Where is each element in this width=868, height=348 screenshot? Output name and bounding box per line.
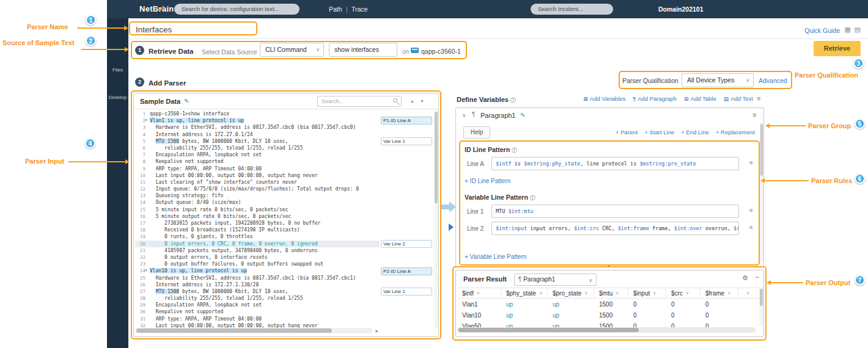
- sample-line[interactable]: 19 0 runts, 0 giants, 0 throttles: [135, 233, 380, 240]
- add-paragraph-button[interactable]: ¶Add Paragraph: [633, 95, 677, 102]
- edit-paragraph-icon[interactable]: ✎: [520, 112, 525, 118]
- sample-line[interactable]: 7 Encapsulation ARPA, loopback not set: [135, 151, 380, 158]
- sample-line[interactable]: 27 MTU 1500 bytes, BW 1000000 Kbit, DLY …: [135, 288, 380, 295]
- nav-trace[interactable]: Trace: [351, 5, 367, 13]
- define-menu-icon[interactable]: ≡: [757, 95, 760, 102]
- add-link[interactable]: + Replacement: [716, 129, 755, 136]
- sample-line[interactable]: 6 reliability 255/255, txload 1/255, rxl…: [135, 145, 380, 151]
- sample-line[interactable]: 15 5 minute input rate 0 bits/sec, 0 pac…: [135, 206, 380, 213]
- list-view-icon[interactable]: ▤: [855, 26, 861, 34]
- column-header[interactable]: $mtu∨: [594, 288, 628, 298]
- sample-line[interactable]: 14 Output queue: 0/40 (size/max): [135, 199, 380, 206]
- sample-line[interactable]: 18 Received 0 broadcasts (15274198 IP mu…: [135, 227, 380, 233]
- add-link[interactable]: + Parent: [616, 129, 638, 136]
- sample-line[interactable]: 25 Hardware is EtherSVI, address is 0817…: [135, 275, 380, 281]
- line-tag[interactable]: Var Line 1: [381, 137, 432, 145]
- column-header[interactable]: $crc∨: [666, 288, 701, 298]
- advanced-link[interactable]: Advanced: [759, 77, 787, 84]
- line-tag[interactable]: P2-ID Line A: [381, 267, 432, 275]
- sidebar-item-desktop[interactable]: Desktop: [107, 95, 128, 100]
- add-text-button[interactable]: ▤Add Text: [724, 95, 753, 102]
- sample-line[interactable]: 10 Last input 00:00:00, output 00:00:08,…: [135, 172, 380, 179]
- add-table-button[interactable]: ⊞Add Table: [684, 95, 716, 102]
- sample-line[interactable]: 21 4185907 packets output, 347898400 byt…: [135, 247, 380, 254]
- sample-vertical-scrollbar[interactable]: [434, 111, 438, 328]
- add-link[interactable]: + End Line: [681, 129, 709, 136]
- sample-line[interactable]: 26 Internet address is 172.27.1.130/28: [135, 281, 380, 288]
- quick-guide-link[interactable]: Quick Guide: [804, 27, 840, 34]
- save-layout-icon[interactable]: ▦: [845, 26, 851, 34]
- sample-line[interactable]: 28 reliability 255/255, txload 1/255, rx…: [135, 295, 380, 302]
- domain-label[interactable]: Domain202101: [658, 5, 704, 13]
- qualification-dropdown[interactable]: All Device Types∨: [682, 73, 754, 87]
- sample-line[interactable]: 24▾Vlan10 is up, line protocol is up: [135, 267, 380, 274]
- sample-line[interactable]: 17 27303815 packets input, 1942208928 by…: [135, 220, 380, 227]
- table-row[interactable]: Vlan10upup1500000: [457, 310, 738, 321]
- sample-line[interactable]: 9 ARP type: ARPA, ARP Timeout 04:00:00: [135, 165, 380, 172]
- minimize-icon[interactable]: −: [755, 273, 759, 281]
- edit-sample-icon[interactable]: ✎: [184, 98, 189, 104]
- sample-line[interactable]: 22 0 output errors, 0 interface resets: [135, 254, 380, 261]
- prev-match-icon[interactable]: ▲: [410, 99, 414, 103]
- help-button[interactable]: Help: [463, 126, 490, 139]
- retrieve-button[interactable]: Retrieve: [814, 41, 861, 56]
- add-variables-button[interactable]: ⊠Add Variables: [583, 95, 625, 102]
- fold-caret-icon[interactable]: ▾: [145, 267, 147, 274]
- sample-line[interactable]: 16 5 minute output rate 0 bits/sec, 0 pa…: [135, 213, 380, 220]
- column-header[interactable]: $frame∨: [701, 288, 738, 298]
- collapse-chevron-icon[interactable]: ∨: [462, 112, 466, 118]
- line-tag[interactable]: P1-ID Line A: [381, 117, 432, 125]
- sample-line[interactable]: 20 0 input errors, 0 CRC, 0 frame, 0 ove…: [135, 241, 380, 247]
- row-menu-icon[interactable]: ≡: [749, 224, 753, 231]
- column-header-partial[interactable]: ∨: [738, 288, 762, 298]
- sidebar-item-files[interactable]: Files: [107, 67, 128, 73]
- var-line-1-input[interactable]: MTU $int:mtu: [491, 205, 739, 218]
- line-tag[interactable]: Var Line 1: [381, 288, 432, 295]
- sample-line[interactable]: 30 Keepalive not supported: [135, 308, 380, 315]
- add-link[interactable]: + Start Line: [644, 129, 674, 136]
- result-vertical-scrollbar[interactable]: [759, 288, 763, 327]
- row-menu-icon[interactable]: ≡: [749, 207, 753, 214]
- result-paragraph-dropdown[interactable]: ¶ Paragraph1∨: [514, 274, 597, 286]
- row-menu-icon[interactable]: ≡: [749, 159, 753, 166]
- result-horizontal-scrollbar[interactable]: [457, 327, 756, 333]
- device-search-input[interactable]: Search for device, configuration text...: [174, 4, 300, 15]
- sample-line[interactable]: 31 ARP type: ARPA, ARP Timeout 04:00:00: [135, 316, 380, 322]
- sample-line[interactable]: 13 Queueing strategy: fifo: [135, 192, 380, 199]
- sample-line[interactable]: 3 Hardware is EtherSVI, address is 0817.…: [135, 124, 380, 131]
- next-match-icon[interactable]: ▼: [420, 99, 424, 103]
- sample-line[interactable]: 11 Last clearing of "show interface" cou…: [135, 179, 380, 186]
- collapse-result-icon[interactable]: ▲: [606, 264, 611, 267]
- scroll-right-icon[interactable]: ▶: [375, 329, 378, 333]
- sample-line[interactable]: 1qapp-c3560-1>show interface: [135, 111, 380, 117]
- add-variable-line-link[interactable]: + Variable Line Pattern: [465, 253, 526, 260]
- table-row[interactable]: Vlan1upup1500000: [457, 299, 738, 310]
- fold-caret-icon[interactable]: ▾: [145, 117, 147, 124]
- incident-search-input[interactable]: Search Incident...: [531, 4, 613, 15]
- sample-horizontal-scrollbar[interactable]: ▶: [135, 328, 372, 333]
- column-header[interactable]: $input∨: [628, 288, 666, 298]
- sample-line[interactable]: 2▾Vlan1 is up, line protocol is up: [135, 117, 380, 124]
- sample-line[interactable]: 4 Internet address is 172.27.0.1/24: [135, 131, 380, 138]
- column-header[interactable]: $phy_state∨: [501, 288, 548, 298]
- sample-line[interactable]: 5 MTU 1500 bytes, BW 1000000 Kbit, DLY 1…: [135, 138, 380, 145]
- paragraph-vertical-scrollbar[interactable]: [760, 123, 763, 262]
- add-id-line-link[interactable]: + ID Line Pattern: [465, 178, 510, 184]
- sample-line[interactable]: 8 Keepalive not supported: [135, 158, 380, 165]
- id-line-a-input[interactable]: $intf is $mstring:phy_state, line protoc…: [491, 157, 739, 170]
- nav-path[interactable]: Path: [329, 5, 342, 13]
- paragraph-menu-icon[interactable]: ≡: [752, 111, 756, 118]
- sample-line[interactable]: 12 Input queue: 0/75/0/0 (size/max/drops…: [135, 186, 380, 192]
- sample-line[interactable]: 29 Encapsulation ARPA, loopback not set: [135, 302, 380, 308]
- var-line-2-input[interactable]: $int:input input errors, $int:crc CRC, $…: [491, 222, 739, 235]
- data-source-dropdown[interactable]: CLI Command∨: [260, 43, 324, 57]
- line-tag[interactable]: Var Line 2: [381, 240, 432, 248]
- sample-line[interactable]: 23 0 output buffer failures, 0 output bu…: [135, 261, 380, 267]
- sample-search-input[interactable]: Search...: [317, 96, 402, 107]
- command-input[interactable]: show interfaces: [329, 43, 397, 57]
- column-header[interactable]: $intf∨: [457, 288, 501, 298]
- device-link[interactable]: qapp-c3560-1: [421, 48, 461, 55]
- column-header[interactable]: $pro_state∨: [548, 288, 594, 298]
- netbrain-logo[interactable]: NetBrain: [139, 4, 174, 13]
- gear-icon[interactable]: ⚙: [742, 274, 748, 282]
